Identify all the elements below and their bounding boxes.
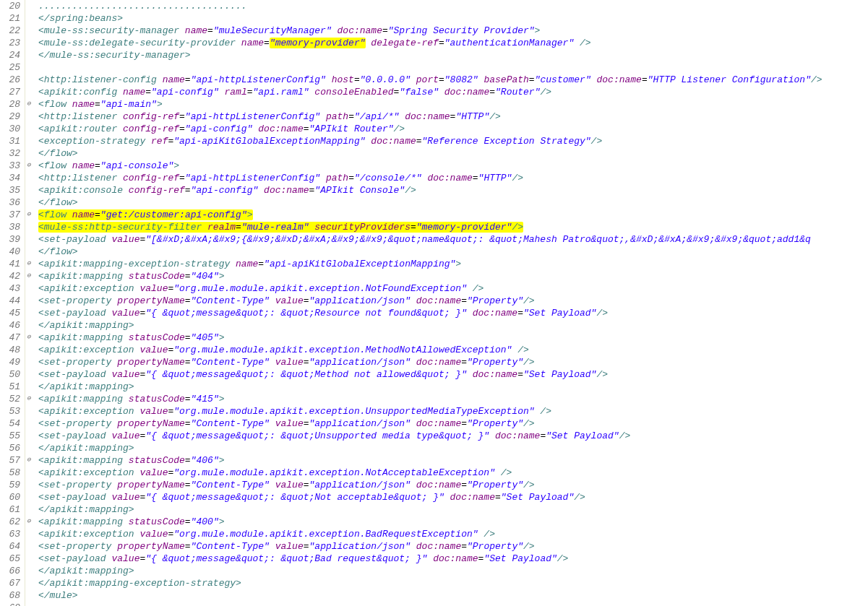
line-number[interactable]: 61 xyxy=(0,503,20,516)
code-line[interactable]: <apikit:mapping statusCode="404"> xyxy=(38,270,822,282)
fold-toggle-icon[interactable]: ⊖ xyxy=(27,454,30,467)
line-number-gutter[interactable]: 2021222324252627282930313233343536373839… xyxy=(0,0,25,606)
code-line[interactable]: <mule-ss:http-security-filter realm="mul… xyxy=(38,221,822,233)
code-line[interactable]: <set-property propertyName="Content-Type… xyxy=(38,356,822,368)
code-line[interactable]: <set-payload value="{ &quot;message&quot… xyxy=(38,430,822,442)
code-line[interactable]: <flow name="api-main"> xyxy=(38,98,822,111)
code-line[interactable]: </apikit:mapping> xyxy=(38,565,822,577)
line-number[interactable]: 33 xyxy=(0,160,20,172)
code-line[interactable]: </spring:beans> xyxy=(38,12,822,25)
line-number[interactable]: 25 xyxy=(0,61,20,74)
fold-toggle-icon[interactable]: ⊖ xyxy=(27,98,30,111)
line-number[interactable]: 39 xyxy=(0,233,20,246)
line-number[interactable]: 66 xyxy=(0,565,20,577)
code-line[interactable]: </apikit:mapping> xyxy=(38,442,822,454)
line-number[interactable]: 52 xyxy=(0,393,20,405)
line-number[interactable]: 41 xyxy=(0,258,20,270)
code-line[interactable]: <set-payload value="{ &quot;message&quot… xyxy=(38,307,822,319)
code-line[interactable]: <apikit:router config-ref="api-config" d… xyxy=(38,123,822,135)
line-number[interactable]: 68 xyxy=(0,589,20,602)
code-line[interactable]: <set-payload value="{ &quot;message&quot… xyxy=(38,368,822,381)
fold-toggle-icon[interactable]: ⊖ xyxy=(27,160,30,172)
code-line[interactable]: <set-payload value="[&#xD;&#xA;&#x9;{&#x… xyxy=(38,233,822,246)
line-number[interactable]: 51 xyxy=(0,381,20,393)
line-number[interactable]: 43 xyxy=(0,282,20,295)
code-line[interactable]: <http:listener config-ref="api-httpListe… xyxy=(38,111,822,123)
code-editor[interactable]: 2021222324252627282930313233343536373839… xyxy=(0,0,868,606)
line-number[interactable]: 44 xyxy=(0,295,20,307)
line-number[interactable]: 22 xyxy=(0,25,20,37)
fold-toggle-icon[interactable]: ⊖ xyxy=(27,332,30,344)
code-line[interactable]: <set-property propertyName="Content-Type… xyxy=(38,295,822,307)
line-number[interactable]: 29 xyxy=(0,111,20,123)
line-number[interactable]: 59 xyxy=(0,479,20,491)
code-line[interactable]: <mule-ss:delegate-security-provider name… xyxy=(38,37,822,49)
code-line[interactable]: </apikit:mapping> xyxy=(38,381,822,393)
line-number[interactable]: 21 xyxy=(0,12,20,25)
fold-toggle-icon[interactable]: ⊖ xyxy=(27,393,30,405)
line-number[interactable]: 57 xyxy=(0,454,20,467)
line-number[interactable]: 62 xyxy=(0,516,20,528)
line-number[interactable]: 54 xyxy=(0,417,20,430)
line-number[interactable]: 64 xyxy=(0,540,20,553)
line-number[interactable]: 69 xyxy=(0,602,20,606)
line-number[interactable]: 34 xyxy=(0,172,20,184)
line-number[interactable]: 38 xyxy=(0,221,20,233)
code-line[interactable]: <mule-ss:security-manager name="muleSecu… xyxy=(38,25,822,37)
line-number[interactable]: 30 xyxy=(0,123,20,135)
fold-toggle-icon[interactable]: ⊖ xyxy=(27,270,30,282)
code-line[interactable]: </apikit:mapping> xyxy=(38,319,822,332)
line-number[interactable]: 40 xyxy=(0,246,20,258)
code-line[interactable] xyxy=(38,61,822,74)
line-number[interactable]: 35 xyxy=(0,184,20,196)
code-line[interactable]: <apikit:mapping statusCode="405"> xyxy=(38,332,822,344)
code-line[interactable]: <set-property propertyName="Content-Type… xyxy=(38,417,822,430)
code-line[interactable]: <flow name="get:/customer:api-config"> xyxy=(38,209,822,221)
line-number[interactable]: 50 xyxy=(0,368,20,381)
line-number[interactable]: 23 xyxy=(0,37,20,49)
code-line[interactable]: </flow> xyxy=(38,246,822,258)
line-number[interactable]: 46 xyxy=(0,319,20,332)
line-number[interactable]: 49 xyxy=(0,356,20,368)
code-line[interactable]: ..................................... xyxy=(38,0,822,12)
code-line[interactable]: <http:listener config-ref="api-httpListe… xyxy=(38,172,822,184)
line-number[interactable]: 31 xyxy=(0,135,20,147)
code-line[interactable]: </mule-ss:security-manager> xyxy=(38,49,822,61)
fold-toggle-icon[interactable]: ⊖ xyxy=(27,516,30,528)
line-number[interactable]: 55 xyxy=(0,430,20,442)
line-number[interactable]: 67 xyxy=(0,577,20,589)
line-number[interactable]: 26 xyxy=(0,74,20,86)
code-line[interactable]: <apikit:mapping statusCode="415"> xyxy=(38,393,822,405)
line-number[interactable]: 45 xyxy=(0,307,20,319)
line-number[interactable]: 47 xyxy=(0,332,20,344)
code-line[interactable]: <apikit:console config-ref="api-config" … xyxy=(38,184,822,196)
line-number[interactable]: 20 xyxy=(0,0,20,12)
fold-toggle-icon[interactable]: ⊖ xyxy=(27,209,30,221)
line-number[interactable]: 36 xyxy=(0,196,20,209)
code-line[interactable]: </apikit:mapping-exception-strategy> xyxy=(38,577,822,589)
code-line[interactable]: <exception-strategy ref="api-apiKitGloba… xyxy=(38,135,822,147)
code-line[interactable]: <apikit:mapping statusCode="406"> xyxy=(38,454,822,467)
code-line[interactable]: <apikit:exception value="org.mule.module… xyxy=(38,467,822,479)
line-number[interactable]: 27 xyxy=(0,86,20,98)
line-number[interactable]: 32 xyxy=(0,147,20,160)
line-number[interactable]: 28 xyxy=(0,98,20,111)
code-line[interactable]: <set-payload value="{ &quot;message&quot… xyxy=(38,491,822,503)
code-line[interactable]: <apikit:exception value="org.mule.module… xyxy=(38,282,822,295)
code-line[interactable]: <set-property propertyName="Content-Type… xyxy=(38,540,822,553)
code-line[interactable]: <apikit:exception value="org.mule.module… xyxy=(38,344,822,356)
code-area[interactable]: ..................................... </… xyxy=(35,0,822,606)
fold-toggle-icon[interactable]: ⊖ xyxy=(27,258,30,270)
line-number[interactable]: 60 xyxy=(0,491,20,503)
code-line[interactable]: </mule> xyxy=(38,589,822,602)
fold-column[interactable]: ⊖⊖⊖⊖⊖⊖⊖⊖⊖ xyxy=(25,0,35,606)
code-line[interactable]: </apikit:mapping> xyxy=(38,503,822,516)
code-line[interactable]: <apikit:mapping-exception-strategy name=… xyxy=(38,258,822,270)
code-line[interactable]: <apikit:config name="api-config" raml="a… xyxy=(38,86,822,98)
code-line[interactable] xyxy=(38,602,822,606)
line-number[interactable]: 58 xyxy=(0,467,20,479)
line-number[interactable]: 24 xyxy=(0,49,20,61)
code-line[interactable]: <apikit:mapping statusCode="400"> xyxy=(38,516,822,528)
line-number[interactable]: 42 xyxy=(0,270,20,282)
code-line[interactable]: <http:listener-config name="api-httpList… xyxy=(38,74,822,86)
